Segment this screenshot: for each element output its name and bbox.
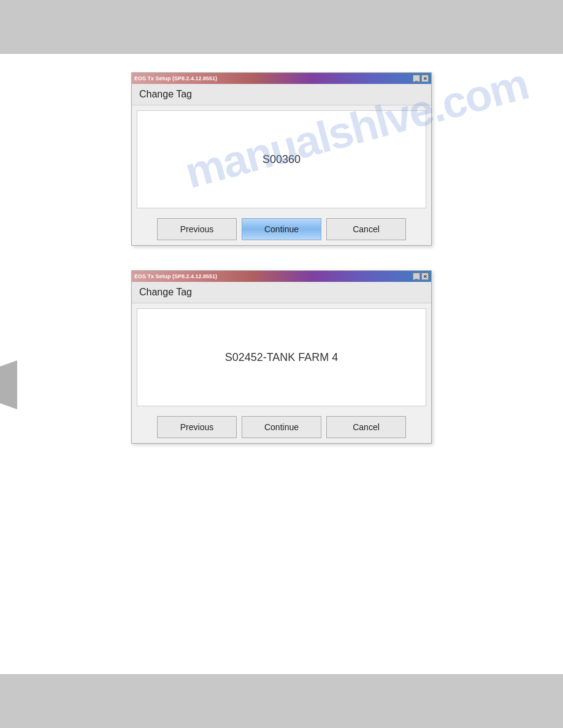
dialog-footer-2: Previous Continue Cancel — [132, 411, 431, 443]
bottom-bar — [0, 674, 563, 728]
title-bar-text-1: EOS Tx Setup (SP8.2.4.12.8551) — [134, 75, 217, 82]
previous-button-2[interactable]: Previous — [157, 416, 237, 438]
continue-button-2[interactable]: Continue — [242, 416, 321, 438]
title-bar-2: EOS Tx Setup (SP8.2.4.12.8551) _ ✕ — [132, 271, 431, 282]
continue-button-1[interactable]: Continue — [242, 218, 321, 240]
title-bar-controls-2: _ ✕ — [413, 273, 429, 280]
main-content: manualshlve.com EOS Tx Setup (SP8.2.4.12… — [0, 54, 563, 462]
page-tab — [0, 360, 17, 409]
dialog-header-1: Change Tag — [132, 84, 431, 105]
close-btn-1[interactable]: ✕ — [421, 75, 429, 82]
dialog-window-2: EOS Tx Setup (SP8.2.4.12.8551) _ ✕ Chang… — [131, 270, 432, 444]
minimize-btn-1[interactable]: _ — [413, 75, 420, 82]
tag-value-1: S00360 — [262, 153, 301, 166]
dialog-footer-1: Previous Continue Cancel — [132, 213, 431, 245]
cancel-button-2[interactable]: Cancel — [326, 416, 406, 438]
previous-button-1[interactable]: Previous — [157, 218, 237, 240]
dialog-content-2: S02452-TANK FARM 4 — [137, 308, 426, 406]
dialog-content-1: S00360 — [137, 110, 426, 208]
dialog-window-1: EOS Tx Setup (SP8.2.4.12.8551) _ ✕ Chang… — [131, 72, 432, 246]
close-btn-2[interactable]: ✕ — [421, 273, 429, 280]
title-bar-1: EOS Tx Setup (SP8.2.4.12.8551) _ ✕ — [132, 73, 431, 84]
tag-value-2: S02452-TANK FARM 4 — [225, 351, 339, 364]
cancel-button-1[interactable]: Cancel — [326, 218, 406, 240]
dialog-header-2: Change Tag — [132, 282, 431, 303]
title-bar-controls-1: _ ✕ — [413, 75, 429, 82]
top-bar — [0, 0, 563, 54]
title-bar-text-2: EOS Tx Setup (SP8.2.4.12.8551) — [134, 273, 217, 279]
minimize-btn-2[interactable]: _ — [413, 273, 420, 280]
